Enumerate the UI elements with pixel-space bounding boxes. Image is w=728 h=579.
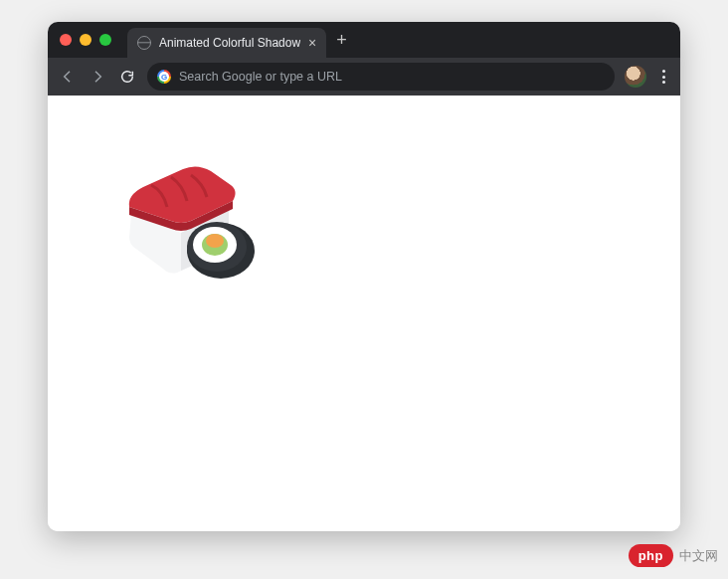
address-bar-placeholder: Search Google or type a URL	[179, 70, 342, 84]
page-viewport	[48, 96, 680, 531]
toolbar: Search Google or type a URL	[48, 58, 680, 96]
globe-icon	[137, 36, 151, 50]
forward-button[interactable]	[88, 69, 107, 85]
watermark-badge: php	[629, 544, 673, 567]
menu-button[interactable]	[656, 70, 670, 84]
back-button[interactable]	[58, 69, 78, 85]
new-tab-button[interactable]: +	[336, 31, 347, 49]
close-window-button[interactable]	[60, 34, 72, 46]
close-tab-button[interactable]: ×	[308, 36, 316, 50]
address-bar[interactable]: Search Google or type a URL	[147, 63, 615, 91]
window-controls	[60, 34, 111, 46]
minimize-window-button[interactable]	[80, 34, 91, 46]
titlebar: Animated Colorful Shadow × +	[48, 22, 680, 58]
tab-title: Animated Colorful Shadow	[159, 36, 300, 50]
google-icon	[157, 70, 171, 84]
reload-button[interactable]	[117, 69, 137, 85]
browser-tab[interactable]: Animated Colorful Shadow ×	[127, 28, 326, 58]
profile-avatar[interactable]	[625, 66, 646, 88]
browser-window: Animated Colorful Shadow × + Search Goog…	[48, 22, 680, 531]
watermark-text: 中文网	[679, 547, 718, 565]
maximize-window-button[interactable]	[99, 34, 111, 46]
watermark: php 中文网	[629, 544, 718, 567]
sushi-illustration	[121, 155, 269, 283]
svg-point-4	[206, 234, 224, 248]
